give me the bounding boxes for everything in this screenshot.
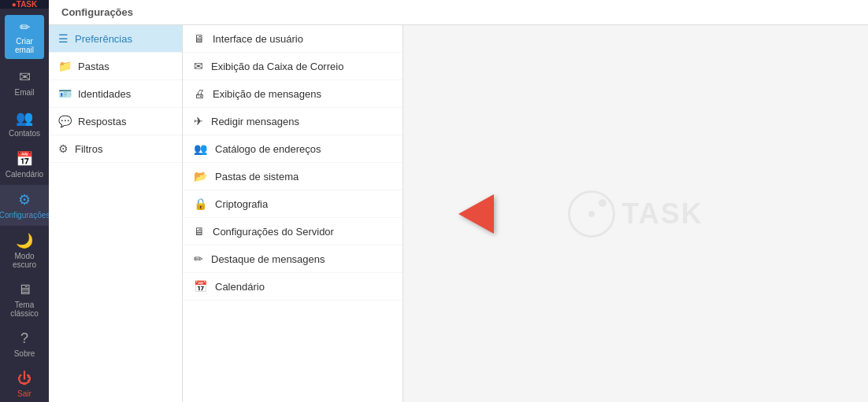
create-email-icon: ✏ (20, 20, 30, 35)
menu-item-filtros[interactable]: ⚙ Filtros (49, 135, 182, 163)
menu-label-pastas: Pastas (78, 61, 109, 72)
sidebar-label-contatos: Contatos (9, 129, 40, 138)
sidebar-item-sair[interactable]: ⏻ Sair (0, 364, 49, 402)
sidebar-item-email[interactable]: ✉ Email (0, 62, 49, 103)
menu-item-identidades[interactable]: 🪪 Identidades (49, 80, 182, 108)
header-title: Configurações (61, 6, 133, 18)
sair-icon: ⏻ (17, 371, 32, 387)
sidebar-label-criar-email: Criar email (8, 37, 41, 54)
panels: ☰ Preferências 📁 Pastas 🪪 Identidades 💬 … (49, 25, 868, 402)
sidebar-item-configuracoes[interactable]: ⚙ Configurações (0, 185, 49, 226)
respostas-icon: 💬 (58, 115, 72, 127)
sub-label-pastas-sistema: Pastas de sistema (215, 171, 299, 183)
modo-escuro-icon: 🌙 (16, 232, 33, 249)
exibicao-mensagens-icon: 🖨 (194, 87, 205, 100)
sidebar-bottom: 🌙 Modo escuro 🖥 Tema clássico ? Sobre ⏻ … (0, 226, 49, 402)
watermark: TASK (568, 190, 703, 238)
sub-item-criptografia[interactable]: 🔒 Criptografia (183, 190, 402, 218)
sidebar-item-calendario[interactable]: 📅 Calendário (0, 144, 49, 185)
sobre-icon: ? (20, 330, 28, 347)
preferencias-icon: ☰ (58, 32, 69, 45)
menu-item-preferencias[interactable]: ☰ Preferências (49, 25, 182, 53)
sub-item-exibicao-correio[interactable]: ✉ Exibição da Caixa de Correio (183, 53, 402, 80)
sidebar-label-configuracoes: Configurações (0, 211, 50, 219)
watermark-text: TASK (621, 197, 703, 231)
sidebar-label-sair: Sair (17, 389, 32, 398)
tema-classico-icon: 🖥 (17, 282, 32, 298)
pastas-icon: 📁 (58, 60, 72, 72)
sub-label-exibicao-mensagens: Exibição de mensagens (213, 88, 321, 100)
redigir-mensagens-icon: ✈ (194, 115, 203, 127)
logo-text: ●TASK (12, 0, 38, 9)
sidebar-item-sobre[interactable]: ? Sobre (0, 324, 49, 364)
watermark-circle (568, 190, 615, 238)
exibicao-correio-icon: ✉ (194, 60, 203, 72)
menu-label-filtros: Filtros (75, 143, 102, 155)
criptografia-icon: 🔒 (194, 197, 207, 210)
sidebar-label-calendario: Calendário (6, 170, 43, 179)
calendario-sidebar-icon: 📅 (16, 150, 33, 168)
sub-item-configuracoes-servidor[interactable]: 🖥 Configurações do Servidor (183, 218, 402, 245)
sidebar: ●TASK ✏ Criar email ✉ Email 👥 Contatos 📅… (0, 0, 49, 402)
panel-preferences: ☰ Preferências 📁 Pastas 🪪 Identidades 💬 … (49, 25, 183, 402)
sub-item-calendario[interactable]: 📅 Calendário (183, 273, 402, 301)
menu-label-preferencias: Preferências (75, 33, 132, 45)
sub-item-exibicao-mensagens[interactable]: 🖨 Exibição de mensagens (183, 80, 402, 108)
menu-label-identidades: Identidades (78, 88, 131, 100)
sub-label-configuracoes-servidor: Configurações do Servidor (213, 226, 334, 238)
arrow-shape (458, 194, 494, 234)
sub-label-interface-usuario: Interface de usuário (213, 33, 303, 45)
destaque-mensagens-icon: ✏ (194, 253, 203, 265)
sidebar-label-modo-escuro: Modo escuro (3, 252, 46, 269)
sidebar-item-tema-classico[interactable]: 🖥 Tema clássico (0, 275, 49, 324)
sidebar-label-tema-classico: Tema clássico (3, 301, 46, 318)
sub-label-exibicao-correio: Exibição da Caixa de Correio (211, 61, 343, 72)
menu-item-respostas[interactable]: 💬 Respostas (49, 108, 182, 135)
sidebar-item-modo-escuro[interactable]: 🌙 Modo escuro (0, 226, 49, 275)
email-icon: ✉ (19, 68, 31, 86)
sidebar-label-email: Email (14, 88, 34, 97)
configuracoes-servidor-icon: 🖥 (194, 225, 205, 238)
menu-item-pastas[interactable]: 📁 Pastas (49, 53, 182, 80)
page-header: Configurações (49, 0, 868, 25)
sub-item-redigir-mensagens[interactable]: ✈ Redigir mensagens (183, 108, 402, 135)
sub-item-interface-usuario[interactable]: 🖥 Interface de usuário (183, 25, 402, 53)
configuracoes-icon: ⚙ (18, 191, 31, 208)
catalogo-enderecos-icon: 👥 (194, 142, 207, 155)
sidebar-item-contatos[interactable]: 👥 Contatos (0, 103, 49, 144)
sidebar-item-criar-email[interactable]: ✏ Criar email (5, 15, 44, 59)
watermark-dot (599, 199, 606, 207)
red-arrow (458, 194, 494, 234)
menu-label-respostas: Respostas (78, 116, 126, 127)
svg-point-0 (588, 211, 595, 217)
panel-subitems: 🖥 Interface de usuário ✉ Exibição da Cai… (183, 25, 403, 402)
sub-item-catalogo-enderecos[interactable]: 👥 Catálogo de endereços (183, 135, 402, 163)
calendario-sub-icon: 📅 (194, 280, 207, 293)
panel-main-view: TASK (403, 25, 868, 402)
watermark-inner-icon (584, 206, 599, 222)
main-content: Configurações ☰ Preferências 📁 Pastas 🪪 … (49, 0, 868, 402)
contatos-icon: 👥 (16, 109, 33, 127)
sub-label-redigir-mensagens: Redigir mensagens (211, 116, 299, 127)
sub-label-catalogo-enderecos: Catálogo de endereços (215, 143, 321, 155)
sub-label-calendario: Calendário (215, 281, 265, 293)
identidades-icon: 🪪 (58, 87, 72, 100)
sub-label-destaque-mensagens: Destaque de mensagens (211, 253, 325, 265)
sidebar-label-sobre: Sobre (14, 349, 35, 358)
pastas-sistema-icon: 📂 (194, 170, 207, 183)
sub-item-pastas-sistema[interactable]: 📂 Pastas de sistema (183, 163, 402, 190)
sub-label-criptografia: Criptografia (215, 198, 268, 210)
interface-usuario-icon: 🖥 (194, 32, 205, 45)
filtros-icon: ⚙ (58, 142, 69, 155)
sub-item-destaque-mensagens[interactable]: ✏ Destaque de mensagens (183, 245, 402, 273)
sidebar-logo: ●TASK (0, 0, 49, 9)
